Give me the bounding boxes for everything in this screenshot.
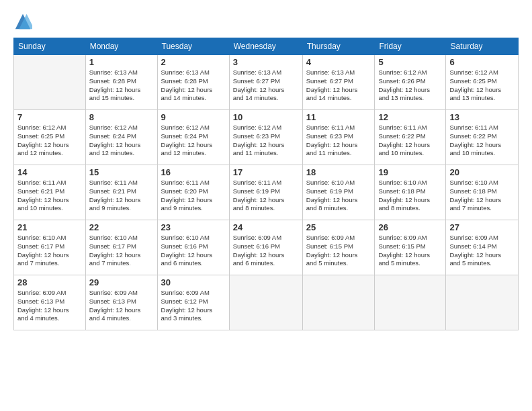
calendar-cell: 17Sunrise: 6:11 AMSunset: 6:19 PMDayligh…	[229, 165, 302, 220]
day-info: Sunrise: 6:10 AMSunset: 6:18 PMDaylight:…	[378, 179, 442, 213]
calendar-week-row: 14Sunrise: 6:11 AMSunset: 6:21 PMDayligh…	[14, 165, 519, 220]
day-info: Sunrise: 6:10 AMSunset: 6:19 PMDaylight:…	[306, 179, 371, 213]
day-number: 13	[449, 112, 515, 122]
day-info: Sunrise: 6:12 AMSunset: 6:24 PMDaylight:…	[89, 124, 154, 158]
calendar-day-header: Friday	[375, 38, 446, 55]
day-info: Sunrise: 6:12 AMSunset: 6:25 PMDaylight:…	[17, 124, 82, 158]
calendar-cell: 11Sunrise: 6:11 AMSunset: 6:23 PMDayligh…	[302, 110, 375, 165]
calendar-cell: 6Sunrise: 6:12 AMSunset: 6:25 PMDaylight…	[446, 55, 519, 110]
calendar-cell: 13Sunrise: 6:11 AMSunset: 6:22 PMDayligh…	[446, 110, 519, 165]
page: SundayMondayTuesdayWednesdayThursdayFrid…	[0, 0, 532, 411]
calendar-cell: 4Sunrise: 6:13 AMSunset: 6:27 PMDaylight…	[302, 55, 375, 110]
calendar-cell: 23Sunrise: 6:10 AMSunset: 6:16 PMDayligh…	[157, 220, 229, 275]
day-number: 10	[233, 112, 299, 122]
day-info: Sunrise: 6:11 AMSunset: 6:21 PMDaylight:…	[89, 179, 154, 213]
calendar-cell: 27Sunrise: 6:09 AMSunset: 6:14 PMDayligh…	[446, 220, 519, 275]
day-number: 16	[161, 167, 226, 177]
calendar-cell	[14, 55, 86, 110]
day-info: Sunrise: 6:10 AMSunset: 6:16 PMDaylight:…	[161, 234, 226, 268]
calendar-cell: 26Sunrise: 6:09 AMSunset: 6:15 PMDayligh…	[375, 220, 446, 275]
calendar-cell: 3Sunrise: 6:13 AMSunset: 6:27 PMDaylight…	[229, 55, 302, 110]
calendar-cell	[229, 275, 302, 330]
day-number: 9	[161, 112, 226, 122]
calendar-cell: 12Sunrise: 6:11 AMSunset: 6:22 PMDayligh…	[375, 110, 446, 165]
day-info: Sunrise: 6:10 AMSunset: 6:17 PMDaylight:…	[89, 234, 154, 268]
day-number: 4	[306, 57, 371, 67]
day-info: Sunrise: 6:09 AMSunset: 6:15 PMDaylight:…	[306, 234, 371, 268]
calendar-cell: 2Sunrise: 6:13 AMSunset: 6:28 PMDaylight…	[157, 55, 229, 110]
calendar-cell: 25Sunrise: 6:09 AMSunset: 6:15 PMDayligh…	[302, 220, 375, 275]
calendar-cell	[302, 275, 375, 330]
day-info: Sunrise: 6:12 AMSunset: 6:26 PMDaylight:…	[378, 68, 442, 103]
day-info: Sunrise: 6:13 AMSunset: 6:28 PMDaylight:…	[89, 68, 154, 103]
day-number: 6	[449, 57, 515, 67]
calendar-cell: 21Sunrise: 6:10 AMSunset: 6:17 PMDayligh…	[14, 220, 86, 275]
day-number: 24	[233, 222, 299, 232]
day-info: Sunrise: 6:12 AMSunset: 6:25 PMDaylight:…	[449, 68, 515, 103]
day-info: Sunrise: 6:10 AMSunset: 6:18 PMDaylight:…	[449, 179, 515, 213]
day-info: Sunrise: 6:09 AMSunset: 6:12 PMDaylight:…	[161, 289, 226, 323]
day-info: Sunrise: 6:11 AMSunset: 6:22 PMDaylight:…	[449, 124, 515, 158]
day-number: 25	[306, 222, 371, 232]
calendar-cell	[375, 275, 446, 330]
day-info: Sunrise: 6:11 AMSunset: 6:22 PMDaylight:…	[378, 124, 442, 158]
calendar-cell: 19Sunrise: 6:10 AMSunset: 6:18 PMDayligh…	[375, 165, 446, 220]
calendar-cell: 22Sunrise: 6:10 AMSunset: 6:17 PMDayligh…	[85, 220, 157, 275]
day-number: 28	[17, 277, 82, 287]
logo	[13, 12, 35, 31]
day-info: Sunrise: 6:11 AMSunset: 6:19 PMDaylight:…	[233, 179, 299, 213]
calendar-week-row: 21Sunrise: 6:10 AMSunset: 6:17 PMDayligh…	[14, 220, 519, 275]
calendar-cell: 18Sunrise: 6:10 AMSunset: 6:19 PMDayligh…	[302, 165, 375, 220]
day-info: Sunrise: 6:12 AMSunset: 6:24 PMDaylight:…	[161, 124, 226, 158]
calendar-cell: 30Sunrise: 6:09 AMSunset: 6:12 PMDayligh…	[157, 275, 229, 330]
calendar-week-row: 7Sunrise: 6:12 AMSunset: 6:25 PMDaylight…	[14, 110, 519, 165]
day-number: 5	[378, 57, 442, 67]
calendar-day-header: Saturday	[446, 38, 519, 55]
day-number: 26	[378, 222, 442, 232]
day-number: 3	[233, 57, 299, 67]
day-number: 21	[17, 222, 82, 232]
day-number: 15	[89, 167, 154, 177]
calendar-cell: 29Sunrise: 6:09 AMSunset: 6:13 PMDayligh…	[85, 275, 157, 330]
calendar-cell: 7Sunrise: 6:12 AMSunset: 6:25 PMDaylight…	[14, 110, 86, 165]
day-number: 27	[449, 222, 515, 232]
calendar-cell: 14Sunrise: 6:11 AMSunset: 6:21 PMDayligh…	[14, 165, 86, 220]
day-info: Sunrise: 6:13 AMSunset: 6:28 PMDaylight:…	[161, 68, 226, 103]
calendar-cell: 16Sunrise: 6:11 AMSunset: 6:20 PMDayligh…	[157, 165, 229, 220]
day-number: 12	[378, 112, 442, 122]
day-number: 14	[17, 167, 82, 177]
day-number: 18	[306, 167, 371, 177]
day-info: Sunrise: 6:10 AMSunset: 6:17 PMDaylight:…	[17, 234, 82, 268]
day-number: 2	[161, 57, 226, 67]
header	[13, 12, 519, 31]
calendar-cell: 9Sunrise: 6:12 AMSunset: 6:24 PMDaylight…	[157, 110, 229, 165]
day-number: 17	[233, 167, 299, 177]
day-info: Sunrise: 6:11 AMSunset: 6:21 PMDaylight:…	[17, 179, 82, 213]
day-number: 7	[17, 112, 82, 122]
day-info: Sunrise: 6:11 AMSunset: 6:23 PMDaylight:…	[306, 124, 371, 158]
day-info: Sunrise: 6:09 AMSunset: 6:13 PMDaylight:…	[89, 289, 154, 323]
day-info: Sunrise: 6:09 AMSunset: 6:14 PMDaylight:…	[449, 234, 515, 268]
calendar-day-header: Tuesday	[157, 38, 229, 55]
day-number: 1	[89, 57, 154, 67]
calendar-cell: 28Sunrise: 6:09 AMSunset: 6:13 PMDayligh…	[14, 275, 86, 330]
day-info: Sunrise: 6:09 AMSunset: 6:16 PMDaylight:…	[233, 234, 299, 268]
day-number: 20	[449, 167, 515, 177]
calendar-cell: 20Sunrise: 6:10 AMSunset: 6:18 PMDayligh…	[446, 165, 519, 220]
calendar-cell: 5Sunrise: 6:12 AMSunset: 6:26 PMDaylight…	[375, 55, 446, 110]
calendar-day-header: Thursday	[302, 38, 375, 55]
calendar-header-row: SundayMondayTuesdayWednesdayThursdayFrid…	[14, 38, 519, 55]
calendar-day-header: Sunday	[14, 38, 86, 55]
calendar-day-header: Monday	[85, 38, 157, 55]
calendar-cell: 8Sunrise: 6:12 AMSunset: 6:24 PMDaylight…	[85, 110, 157, 165]
day-number: 19	[378, 167, 442, 177]
day-info: Sunrise: 6:13 AMSunset: 6:27 PMDaylight:…	[233, 68, 299, 103]
day-number: 30	[161, 277, 226, 287]
day-number: 29	[89, 277, 154, 287]
day-number: 11	[306, 112, 371, 122]
calendar-cell: 10Sunrise: 6:12 AMSunset: 6:23 PMDayligh…	[229, 110, 302, 165]
day-info: Sunrise: 6:11 AMSunset: 6:20 PMDaylight:…	[161, 179, 226, 213]
day-info: Sunrise: 6:09 AMSunset: 6:13 PMDaylight:…	[17, 289, 82, 323]
day-info: Sunrise: 6:13 AMSunset: 6:27 PMDaylight:…	[306, 68, 371, 103]
day-info: Sunrise: 6:09 AMSunset: 6:15 PMDaylight:…	[378, 234, 442, 268]
